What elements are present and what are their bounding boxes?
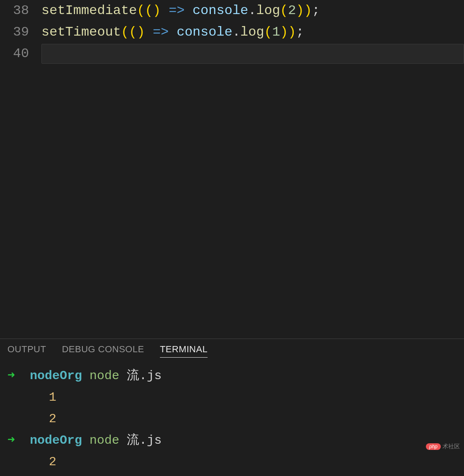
panel-tab-terminal[interactable]: TERMINAL bbox=[160, 344, 208, 358]
code-line-39[interactable]: 39setTimeout(() => console.log(1)); bbox=[0, 22, 464, 43]
prompt-arrow-icon: ➜ bbox=[7, 430, 30, 451]
prompt-directory: nodeOrg bbox=[30, 365, 82, 387]
prompt-arrow-icon: ➜ bbox=[7, 365, 30, 387]
prompt-command: node bbox=[82, 430, 127, 451]
terminal-content[interactable]: ➜ nodeOrg node 流.js12➜ nodeOrg node 流.js… bbox=[7, 365, 457, 476]
panel-tabs: OUTPUTDEBUG CONSOLETERMINAL bbox=[7, 344, 457, 358]
terminal-output: 1 bbox=[7, 473, 56, 476]
watermark: php 术社区 bbox=[426, 443, 460, 450]
terminal-output: 2 bbox=[7, 451, 56, 473]
line-number: 39 bbox=[0, 22, 41, 43]
terminal-line: 1 bbox=[7, 473, 457, 476]
prompt-directory: nodeOrg bbox=[30, 430, 82, 451]
watermark-text: 术社区 bbox=[442, 443, 460, 450]
terminal-line: ➜ nodeOrg node 流.js bbox=[7, 365, 457, 387]
line-number: 38 bbox=[0, 0, 41, 22]
code-line-40[interactable]: 40 bbox=[0, 43, 464, 65]
terminal-line: 1 bbox=[7, 387, 457, 408]
prompt-argument: 流.js bbox=[127, 365, 162, 387]
terminal-output: 1 bbox=[7, 387, 56, 408]
code-editor[interactable]: 38setImmediate(() => console.log(2));39s… bbox=[0, 0, 464, 339]
terminal-output: 2 bbox=[7, 408, 56, 430]
line-number: 40 bbox=[0, 43, 41, 65]
terminal-line: 2 bbox=[7, 451, 457, 473]
panel-tab-output[interactable]: OUTPUT bbox=[7, 344, 46, 358]
bottom-panel: OUTPUTDEBUG CONSOLETERMINAL ➜ nodeOrg no… bbox=[0, 339, 464, 476]
code-content[interactable] bbox=[41, 44, 464, 64]
prompt-argument: 流.js bbox=[127, 430, 162, 451]
prompt-command: node bbox=[82, 365, 127, 387]
code-content[interactable]: setTimeout(() => console.log(1)); bbox=[41, 22, 464, 43]
watermark-badge: php bbox=[426, 443, 441, 450]
terminal-line: 2 bbox=[7, 408, 457, 430]
terminal-line: ➜ nodeOrg node 流.js bbox=[7, 430, 457, 451]
panel-tab-debug-console[interactable]: DEBUG CONSOLE bbox=[62, 344, 144, 358]
code-content[interactable]: setImmediate(() => console.log(2)); bbox=[41, 0, 464, 22]
code-line-38[interactable]: 38setImmediate(() => console.log(2)); bbox=[0, 0, 464, 22]
